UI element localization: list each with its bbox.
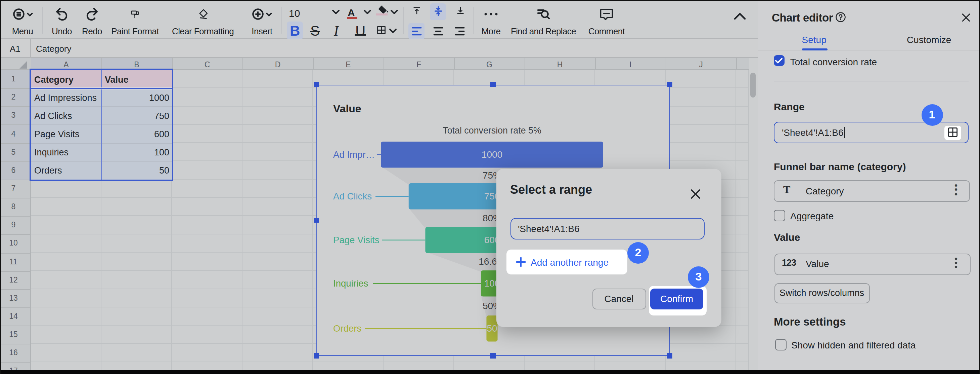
svg-text:Value: Value — [333, 102, 361, 114]
svg-text:Ad Impr…: Ad Impr… — [333, 149, 375, 160]
svg-text:Total conversion rate 5%: Total conversion rate 5% — [443, 125, 541, 135]
svg-text:Orders: Orders — [333, 323, 361, 333]
svg-text:Ad Clicks: Ad Clicks — [333, 191, 372, 201]
svg-text:50: 50 — [487, 323, 497, 333]
svg-text:Page Visits: Page Visits — [333, 235, 380, 245]
svg-text:Inquiries: Inquiries — [333, 278, 368, 288]
svg-text:1000: 1000 — [482, 149, 503, 160]
